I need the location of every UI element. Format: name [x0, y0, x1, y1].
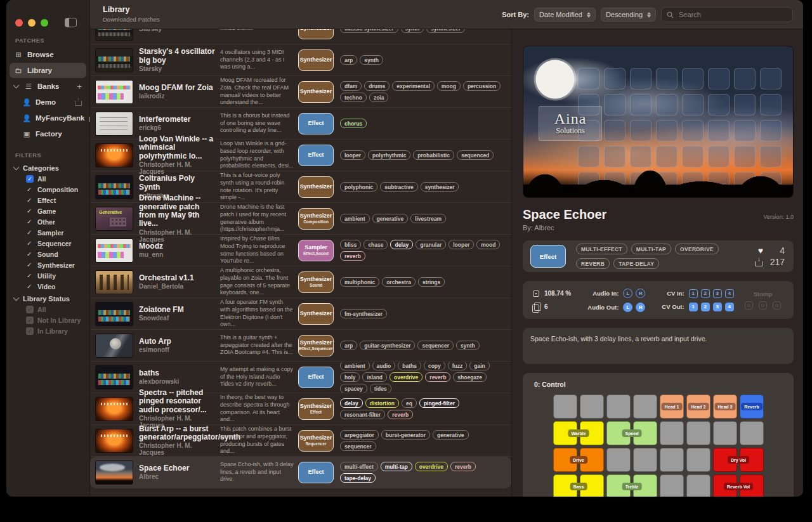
tag-pill[interactable]: copy — [424, 362, 445, 371]
sidebar-bank-item[interactable]: ▣Factory — [18, 126, 86, 141]
checkmark-icon[interactable]: ✓ — [27, 218, 34, 225]
zoom-window-button[interactable] — [41, 19, 48, 27]
tag-pill[interactable]: drums — [364, 81, 390, 91]
sidebar-bank-item[interactable]: 👤Demo — [18, 95, 86, 110]
tag-pill[interactable]: overdrive — [390, 372, 422, 382]
tag-pill[interactable]: synthesizer — [421, 182, 459, 192]
patch-row[interactable]: Drone Machine -- generative patch from m… — [90, 203, 511, 235]
download-icon[interactable] — [755, 258, 763, 266]
checkmark-icon[interactable]: ✓ — [27, 207, 34, 214]
patch-row[interactable]: Loop Van Winkle -- a whimsical polyrhyth… — [90, 140, 511, 171]
tag-pill[interactable]: sequenced — [457, 150, 494, 160]
category-filter-item[interactable]: ✓All — [6, 173, 89, 184]
tag-pill[interactable]: holy — [340, 372, 360, 382]
tag-pill[interactable]: spacey — [340, 384, 367, 393]
tag-pill[interactable]: TAPE-DELAY — [613, 258, 659, 269]
tag-pill[interactable]: orchestra — [382, 277, 416, 287]
tag-pill[interactable]: synth — [456, 341, 480, 350]
patch-row[interactable]: Zoiatone FMSnowdeafA four operator FM sy… — [90, 298, 511, 330]
tag-pill[interactable]: ambient — [340, 362, 370, 371]
tag-pill[interactable]: polyphonic — [340, 182, 377, 192]
tag-pill[interactable]: polyrhythmic — [368, 150, 410, 160]
tag-pill[interactable]: classic synthesizer — [340, 29, 398, 33]
tag-pill[interactable]: percussion — [463, 81, 501, 91]
category-filter-item[interactable]: ✓Game — [6, 206, 89, 216]
tag-pill[interactable]: baths — [398, 362, 421, 371]
patch-row[interactable]: Space EchoerAlbrecSpace Echo-ish, with 3… — [90, 457, 511, 488]
tag-pill[interactable]: mood — [476, 240, 500, 249]
tag-pill[interactable]: tape-delay — [340, 473, 376, 483]
checkmark-icon[interactable]: ✓ — [27, 197, 34, 204]
tag-pill[interactable]: fm-synthesizer — [340, 309, 387, 318]
sort-field-dropdown[interactable]: Date Modified — [534, 8, 596, 22]
tag-pill[interactable]: experimental — [392, 81, 434, 91]
sidebar-bank-item[interactable]: 👤MyFancyBank — [18, 110, 86, 126]
tag-pill[interactable]: delay — [390, 240, 413, 249]
search-field[interactable] — [661, 7, 793, 22]
checkmark-icon[interactable]: ✓ — [27, 283, 34, 290]
category-filter-item[interactable]: ✓Effect — [6, 195, 89, 206]
search-input[interactable] — [678, 10, 787, 19]
tag-pill[interactable]: synth — [401, 29, 424, 33]
tag-pill[interactable]: multi-effect — [340, 462, 378, 471]
tag-pill[interactable]: arpeggiator — [340, 430, 379, 440]
tag-pill[interactable]: livestream — [410, 214, 446, 223]
checkmark-icon[interactable]: ✓ — [27, 186, 34, 193]
tag-pill[interactable]: reverb — [425, 372, 450, 382]
tag-pill[interactable]: reverb — [450, 462, 476, 471]
tag-pill[interactable]: MULTI-EFFECT — [576, 244, 627, 254]
tag-pill[interactable]: multiphonic — [340, 277, 379, 287]
category-filter-item[interactable]: ✓Sound — [6, 249, 89, 259]
tag-pill[interactable]: looper — [449, 240, 474, 249]
sidebar-item-banks[interactable]: ☰ Banks + — [10, 79, 86, 94]
patch-row[interactable]: Auto ArpesimonoffThis is a guitar synth … — [90, 330, 511, 362]
tag-pill[interactable]: guitar-synthesizer — [360, 341, 415, 350]
tag-pill[interactable]: audio — [372, 362, 396, 371]
sidebar-item-browse[interactable]: ⊞ Browse — [10, 47, 86, 62]
sidebar-item-library[interactable]: 🗀 Library — [10, 63, 86, 78]
tag-pill[interactable]: sequencer — [340, 441, 376, 451]
tag-pill[interactable]: granular — [416, 240, 446, 249]
checkmark-icon[interactable]: ✓ — [27, 229, 34, 236]
tag-pill[interactable]: fuzz — [448, 362, 468, 371]
tag-pill[interactable]: island — [362, 372, 387, 382]
patch-row[interactable]: Starsky's 4 oscillator big boyStarsky4 o… — [90, 44, 511, 76]
tag-pill[interactable]: subtractive — [380, 182, 417, 192]
add-bank-button[interactable]: + — [77, 82, 82, 91]
sidebar-toggle-icon[interactable] — [65, 18, 77, 27]
tag-pill[interactable]: eq — [402, 398, 417, 408]
tag-pill[interactable]: shoegaze — [453, 372, 487, 382]
category-filter-item[interactable]: ✓Sampler — [6, 227, 89, 238]
tag-pill[interactable]: synthesizer — [426, 29, 465, 33]
export-bank-icon[interactable] — [75, 98, 82, 106]
tag-pill[interactable]: chorus — [340, 119, 367, 128]
tag-pill[interactable]: ambient — [340, 214, 370, 223]
category-filter-item[interactable]: ✓Other — [6, 216, 89, 227]
checkmark-icon[interactable]: ✓ — [27, 251, 34, 258]
category-filter-item[interactable]: ✓Video — [6, 281, 89, 292]
tag-pill[interactable]: distortion — [365, 398, 399, 408]
tag-pill[interactable]: strings — [418, 277, 445, 287]
checkmark-icon[interactable]: ✓ — [27, 240, 34, 247]
tag-pill[interactable]: generative — [372, 214, 409, 223]
categories-group[interactable]: Categories — [6, 161, 89, 173]
tag-pill[interactable]: arp — [340, 341, 357, 350]
tag-pill[interactable]: delay — [340, 398, 363, 408]
tag-pill[interactable]: generative — [433, 430, 469, 440]
tag-pill[interactable]: chase — [363, 240, 388, 249]
tag-pill[interactable]: reverb — [388, 410, 413, 419]
tag-pill[interactable]: MULTI-TAP — [631, 244, 671, 254]
patch-row[interactable]: Spectra -- pitched pinged resonator audi… — [90, 393, 511, 425]
category-filter-item[interactable]: ✓Sequencer — [6, 238, 89, 249]
tag-pill[interactable]: sequencer — [417, 341, 454, 350]
tag-pill[interactable]: multi-tap — [381, 462, 412, 471]
tag-pill[interactable]: OVERDRIVE — [675, 244, 719, 254]
tag-pill[interactable]: moog — [437, 81, 461, 91]
minimize-window-button[interactable] — [28, 19, 36, 27]
tag-pill[interactable]: arp — [340, 55, 357, 65]
tag-pill[interactable]: reverb — [340, 251, 365, 261]
tag-pill[interactable]: zoia — [369, 93, 389, 102]
tag-pill[interactable]: gain — [469, 362, 489, 371]
tag-pill[interactable]: probabilistic — [413, 150, 454, 160]
category-filter-item[interactable]: ✓Composition — [6, 184, 89, 195]
